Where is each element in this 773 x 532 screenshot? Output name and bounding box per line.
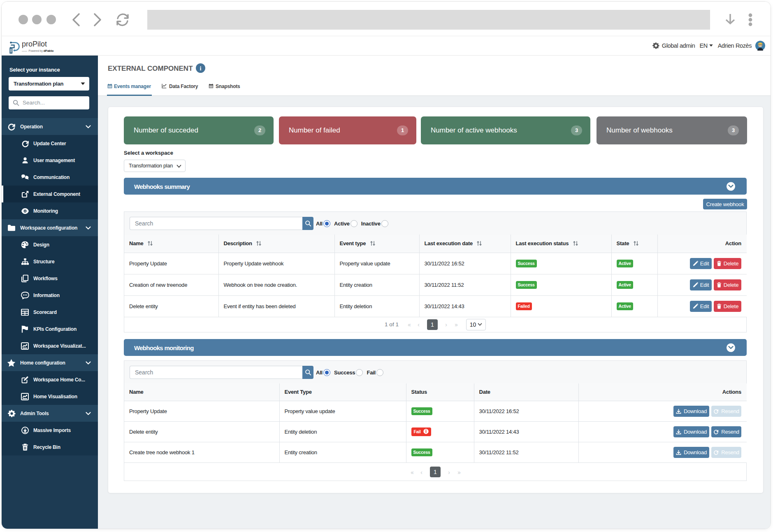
svg-text:i: i xyxy=(200,65,202,72)
